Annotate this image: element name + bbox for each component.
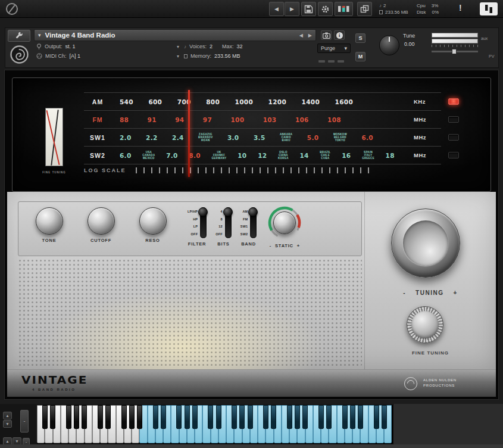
alert-icon[interactable]: ! (459, 3, 462, 13)
black-key[interactable] (358, 405, 363, 429)
station-stack: SPAINITALYGREECE (362, 151, 374, 160)
prev-instrument-icon[interactable]: ◀ (299, 33, 303, 38)
pan-slider[interactable] (432, 51, 478, 52)
ni-logo[interactable] (480, 2, 498, 15)
save-button[interactable] (301, 2, 316, 16)
voices-icon: ♪ (379, 3, 382, 8)
switch-option[interactable]: OFF (191, 231, 198, 238)
nav-next-button[interactable]: ▶ (285, 2, 299, 16)
instrument-logo-button[interactable] (10, 45, 29, 64)
switch-option[interactable]: SW1 (240, 223, 248, 231)
meter-ticks (432, 45, 478, 47)
black-key[interactable] (66, 405, 71, 429)
switch-option[interactable]: LP/HP (188, 208, 198, 216)
bits-switch[interactable] (225, 207, 232, 238)
switch-option[interactable]: FM (243, 216, 248, 223)
tune-knob[interactable] (379, 35, 399, 55)
black-key[interactable] (82, 405, 87, 429)
midi-dropdown-icon[interactable]: ▾ (177, 54, 179, 59)
switch-option[interactable]: 8 (221, 216, 223, 223)
collapse-icon[interactable]: ▾ (38, 32, 41, 38)
pan-handle[interactable] (452, 49, 457, 54)
workspace-button[interactable] (357, 2, 372, 16)
switch-option[interactable]: AM (242, 208, 248, 216)
keyboard-scroll-up-button[interactable]: ▲ (3, 412, 12, 419)
black-key[interactable] (263, 405, 268, 429)
bits-switch-knob[interactable] (223, 207, 233, 217)
tuning-needle[interactable] (188, 90, 190, 177)
tuning-knob[interactable] (391, 209, 460, 278)
settings-button[interactable] (318, 2, 333, 16)
black-key[interactable] (271, 405, 276, 429)
band-switch-knob[interactable] (248, 207, 258, 217)
purge-button[interactable]: Purge ▾ (317, 43, 351, 53)
pv-label[interactable]: PV (489, 54, 494, 58)
switch-label: FILTER (188, 241, 207, 247)
mute-button[interactable]: M (355, 52, 365, 61)
mixer-button[interactable] (335, 2, 353, 16)
instrument-header: ▾ Vintage 4 Band Radio ◀ ▶ i (5, 27, 499, 68)
edit-instrument-button[interactable] (8, 30, 30, 42)
instrument-title-bar[interactable]: ▾ Vintage 4 Band Radio ◀ ▶ (34, 29, 316, 41)
filter-switch[interactable] (200, 207, 207, 238)
black-key[interactable] (121, 405, 127, 429)
black-key[interactable] (137, 405, 142, 429)
solo-button[interactable]: S (355, 33, 365, 43)
black-key[interactable] (326, 405, 332, 429)
band-switch[interactable] (250, 207, 257, 238)
black-key[interactable] (161, 405, 166, 429)
black-key[interactable] (74, 405, 79, 429)
black-key[interactable] (185, 405, 190, 429)
black-key[interactable] (176, 405, 182, 429)
snapshot-button[interactable] (321, 30, 332, 40)
voices-value: 2 (210, 43, 213, 49)
filter-switch-knob[interactable] (198, 207, 208, 217)
black-key[interactable] (318, 405, 324, 429)
black-key[interactable] (350, 405, 355, 429)
circle-slash-icon[interactable] (6, 3, 18, 15)
keyboard-scroll-down-button[interactable]: ▼ (3, 420, 12, 428)
keyboard-resize-handle[interactable]: - (20, 410, 29, 433)
tone-knob[interactable] (36, 207, 63, 235)
black-key[interactable] (105, 405, 111, 429)
black-key[interactable] (216, 405, 221, 429)
unit-label: KHz (414, 98, 441, 105)
black-key[interactable] (232, 405, 237, 429)
switch-option[interactable]: OFF (215, 231, 223, 238)
black-key[interactable] (42, 405, 48, 429)
switch-option[interactable]: HP (193, 216, 198, 223)
cutoff-knob[interactable] (88, 207, 115, 235)
black-key[interactable] (302, 405, 308, 429)
black-key[interactable] (98, 405, 103, 429)
dial-items: 2.02.22.4ZAGAZIGBRASSOVROAN3.03.5ANKARAC… (120, 133, 410, 142)
black-key[interactable] (295, 405, 300, 429)
output-row[interactable]: Output: st. 1 ▾ (36, 43, 179, 49)
switch-option[interactable]: LP (193, 223, 198, 231)
info-button[interactable]: i (334, 30, 345, 40)
fine-tuning-knob[interactable] (407, 306, 443, 343)
black-key[interactable] (192, 405, 198, 429)
black-key[interactable] (342, 405, 348, 429)
black-key[interactable] (153, 405, 158, 429)
frequency-label: 108 (327, 116, 341, 123)
aux-label[interactable]: aux (481, 36, 488, 41)
keyboard-right-panel (393, 404, 503, 444)
front-panel: TONECUTOFFRESO LP/HPHPLPOFFFILTER4812OFF… (7, 192, 496, 369)
switch-option[interactable]: 4 (221, 208, 223, 216)
midi-row[interactable]: MIDI Ch: [A] 1 ▾ (36, 53, 179, 59)
nav-prev-button[interactable]: ◀ (269, 2, 284, 16)
black-key[interactable] (287, 405, 292, 429)
switch-option[interactable]: 12 (218, 223, 223, 231)
window-layout-icon (360, 5, 369, 14)
black-key[interactable] (248, 405, 253, 429)
output-dropdown-icon[interactable]: ▾ (177, 44, 179, 49)
reso-knob[interactable] (139, 207, 167, 235)
black-key[interactable] (208, 405, 213, 429)
black-key[interactable] (50, 405, 55, 429)
black-key[interactable] (382, 405, 387, 429)
next-instrument-icon[interactable]: ▶ (308, 33, 312, 38)
black-key[interactable] (239, 405, 245, 429)
switch-option[interactable]: SW2 (240, 231, 248, 238)
black-key[interactable] (374, 405, 379, 429)
black-key[interactable] (129, 405, 135, 429)
